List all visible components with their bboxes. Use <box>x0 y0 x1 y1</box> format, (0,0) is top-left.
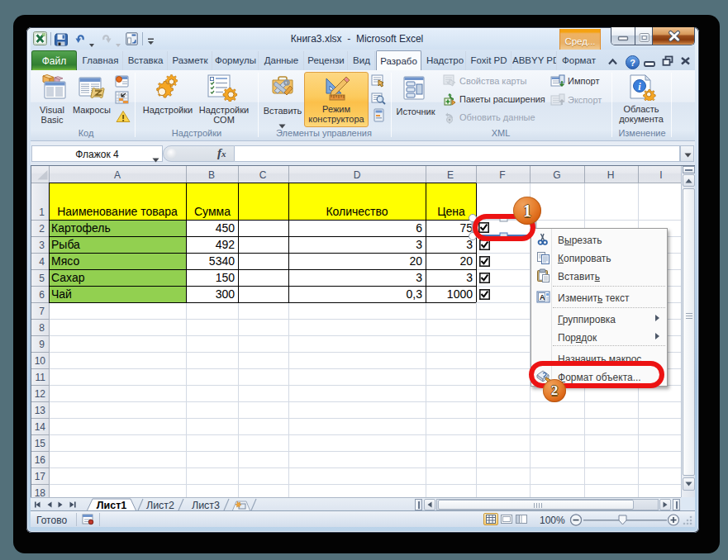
svg-text:3: 3 <box>39 240 45 251</box>
svg-text:?: ? <box>630 58 635 68</box>
svg-text:Рыба: Рыба <box>51 238 80 251</box>
svg-text:492: 492 <box>216 238 236 251</box>
svg-text:B: B <box>208 169 215 181</box>
svg-text:4: 4 <box>39 256 45 268</box>
svg-text:12: 12 <box>35 388 46 400</box>
svg-text:13: 13 <box>35 405 46 416</box>
svg-text:20: 20 <box>409 254 422 268</box>
svg-text:2: 2 <box>39 223 45 235</box>
svg-text:Сахар: Сахар <box>51 271 85 284</box>
svg-text:C: C <box>259 169 267 181</box>
svg-text:3: 3 <box>416 271 422 284</box>
svg-text:8: 8 <box>39 322 45 334</box>
svg-text:18: 18 <box>35 487 46 497</box>
svg-text:0,3: 0,3 <box>407 287 423 301</box>
svg-text:6: 6 <box>416 221 422 235</box>
svg-text:20: 20 <box>459 254 473 268</box>
svg-text:I: I <box>659 169 662 181</box>
svg-text:17: 17 <box>35 471 46 482</box>
svg-text:1: 1 <box>39 206 45 218</box>
svg-text:Мясо: Мясо <box>51 254 79 268</box>
svg-text:Количество: Количество <box>326 205 388 218</box>
svg-text:450: 450 <box>216 221 236 235</box>
svg-text:Лист2: Лист2 <box>146 500 174 511</box>
svg-text:A: A <box>114 169 121 181</box>
svg-text:D: D <box>354 169 361 181</box>
svg-text:5: 5 <box>39 273 45 284</box>
svg-text:15: 15 <box>35 438 46 449</box>
svg-text:E: E <box>447 169 454 181</box>
svg-text:150: 150 <box>216 271 236 284</box>
svg-text:3: 3 <box>416 238 422 251</box>
svg-text:Наименование товара: Наименование товара <box>57 205 178 218</box>
svg-text:F: F <box>499 169 505 181</box>
svg-text:1000: 1000 <box>447 287 473 301</box>
svg-text:7: 7 <box>39 306 45 317</box>
svg-text:300: 300 <box>216 287 236 301</box>
svg-text:Лист1: Лист1 <box>97 500 127 511</box>
svg-text:10: 10 <box>35 355 46 367</box>
svg-text:14: 14 <box>35 421 46 433</box>
svg-text:3: 3 <box>466 271 473 284</box>
svg-text:Цена: Цена <box>437 205 465 218</box>
svg-text:16: 16 <box>35 454 46 466</box>
svg-text:6: 6 <box>39 289 45 301</box>
svg-text:Сумма: Сумма <box>194 205 231 218</box>
svg-text:11: 11 <box>36 372 46 383</box>
svg-text:H: H <box>607 169 615 181</box>
svg-text:5340: 5340 <box>209 254 235 268</box>
svg-text:A: A <box>540 293 545 301</box>
svg-text:9: 9 <box>39 339 45 350</box>
svg-text:Лист3: Лист3 <box>192 500 220 511</box>
svg-text:Чай: Чай <box>51 287 72 301</box>
svg-text:Картофель: Картофель <box>51 221 111 235</box>
svg-text:G: G <box>553 169 560 181</box>
